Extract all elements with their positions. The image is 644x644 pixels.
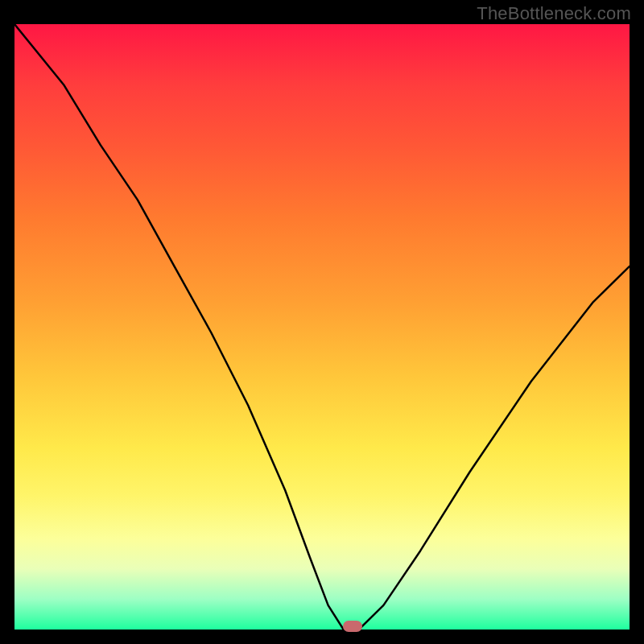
chart-frame: TheBottleneck.com [0,0,644,644]
bottleneck-curve [14,24,630,630]
optimum-marker [343,621,362,632]
watermark-text: TheBottleneck.com [477,3,631,24]
plot-area [14,24,630,630]
